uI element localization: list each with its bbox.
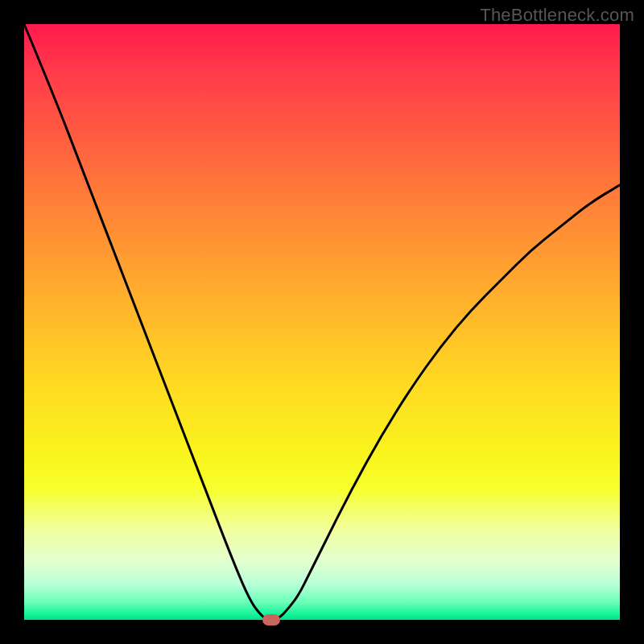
bottleneck-curve-path [24,24,620,620]
curve-svg [24,24,620,620]
chart-frame: TheBottleneck.com [0,0,644,644]
plot-area [24,24,620,620]
optimal-marker [262,614,280,625]
attribution-text: TheBottleneck.com [480,5,634,26]
